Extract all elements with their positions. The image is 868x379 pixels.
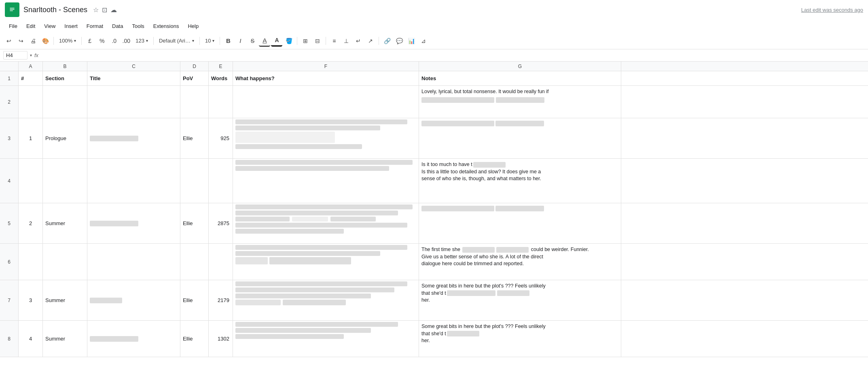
undo-button[interactable]: ↩: [3, 35, 15, 47]
cell-2-a[interactable]: [19, 86, 43, 118]
cell-7-g[interactable]: Some great bits in here but the plot's ?…: [419, 280, 621, 320]
cell-1-f[interactable]: What happens?: [233, 71, 419, 85]
cell-5-f[interactable]: [233, 203, 419, 243]
cell-4-g[interactable]: Is it too much to have tIs this a little…: [419, 159, 621, 203]
cell-3-b[interactable]: Prologue: [43, 118, 87, 158]
menu-help[interactable]: Help: [184, 21, 203, 31]
col-header-b[interactable]: B: [43, 62, 87, 71]
cell-5-g[interactable]: [419, 203, 621, 243]
cell-7-e[interactable]: 2179: [209, 280, 233, 320]
decimal-inc-button[interactable]: .00: [121, 35, 132, 47]
text-color-button[interactable]: A: [271, 35, 282, 47]
strikethrough-button[interactable]: S: [247, 35, 258, 47]
cloud-icon[interactable]: ☁: [110, 6, 117, 14]
cell-1-c[interactable]: Title: [87, 71, 180, 85]
cell-4-e[interactable]: [209, 159, 233, 203]
valign-button[interactable]: ⊥: [341, 35, 352, 47]
zoom-dropdown[interactable]: 100% ▾: [56, 35, 79, 47]
cell-8-e[interactable]: 1302: [209, 321, 233, 357]
cell-7-a[interactable]: 3: [19, 280, 43, 320]
col-header-c[interactable]: C: [87, 62, 180, 71]
cell-8-b[interactable]: Summer: [43, 321, 87, 357]
cell-3-f[interactable]: [233, 118, 419, 158]
cell-1-d[interactable]: PoV: [180, 71, 209, 85]
paint-format-button[interactable]: 🎨: [40, 35, 51, 47]
cell-3-g[interactable]: [419, 118, 621, 158]
wrap-button[interactable]: ↵: [353, 35, 364, 47]
cell-8-g[interactable]: Some great bits in here but the plot's ?…: [419, 321, 621, 357]
cell-6-e[interactable]: [209, 244, 233, 280]
cell-8-f[interactable]: [233, 321, 419, 357]
rotate-button[interactable]: ↗: [365, 35, 376, 47]
halign-button[interactable]: ≡: [328, 35, 340, 47]
cell-4-b[interactable]: [43, 159, 87, 203]
format-dropdown[interactable]: 123 ▾: [133, 35, 151, 47]
cell-1-g[interactable]: Notes: [419, 71, 621, 85]
italic-button[interactable]: I: [235, 35, 246, 47]
formula-input[interactable]: [41, 52, 865, 58]
cell-6-a[interactable]: [19, 244, 43, 280]
col-header-g[interactable]: G: [419, 62, 621, 71]
cell-7-c[interactable]: [87, 280, 180, 320]
cell-4-f[interactable]: [233, 159, 419, 203]
cell-7-b[interactable]: Summer: [43, 280, 87, 320]
cell-7-d[interactable]: Ellie: [180, 280, 209, 320]
cell-2-e[interactable]: [209, 86, 233, 118]
col-header-f[interactable]: F: [233, 62, 419, 71]
cell-7-f[interactable]: [233, 280, 419, 320]
cell-6-d[interactable]: [180, 244, 209, 280]
cell-3-e[interactable]: 925: [209, 118, 233, 158]
menu-data[interactable]: Data: [108, 21, 127, 31]
cell-1-b[interactable]: Section: [43, 71, 87, 85]
cell-8-d[interactable]: Ellie: [180, 321, 209, 357]
cell-2-b[interactable]: [43, 86, 87, 118]
redo-button[interactable]: ↪: [15, 35, 27, 47]
col-header-a[interactable]: A: [19, 62, 43, 71]
font-dropdown[interactable]: Default (Ari… ▾: [156, 35, 197, 47]
link-button[interactable]: 🔗: [381, 35, 393, 47]
cell-6-c[interactable]: [87, 244, 180, 280]
cell-1-a[interactable]: #: [19, 71, 43, 85]
cell-6-f[interactable]: [233, 244, 419, 280]
menu-extensions[interactable]: Extensions: [149, 21, 183, 31]
underline-button[interactable]: A: [259, 35, 270, 47]
cell-3-a[interactable]: 1: [19, 118, 43, 158]
print-button[interactable]: 🖨: [28, 35, 39, 47]
cell-2-f[interactable]: [233, 86, 419, 118]
menu-insert[interactable]: Insert: [60, 21, 82, 31]
cell-6-g[interactable]: The first time she could be weirder. Fun…: [419, 244, 621, 280]
cell-2-c[interactable]: [87, 86, 180, 118]
percent-button[interactable]: %: [96, 35, 108, 47]
chart-button[interactable]: 📊: [406, 35, 417, 47]
borders-button[interactable]: ⊞: [300, 35, 311, 47]
menu-edit[interactable]: Edit: [22, 21, 39, 31]
last-edit-status[interactable]: Last edit was seconds ago: [801, 7, 863, 13]
menu-tools[interactable]: Tools: [128, 21, 148, 31]
folder-icon[interactable]: ⊡: [102, 6, 107, 14]
cell-5-b[interactable]: Summer: [43, 203, 87, 243]
menu-view[interactable]: View: [40, 21, 59, 31]
cell-4-c[interactable]: [87, 159, 180, 203]
currency-button[interactable]: £: [84, 35, 95, 47]
menu-file[interactable]: File: [5, 21, 21, 31]
cell-8-a[interactable]: 4: [19, 321, 43, 357]
cell-6-b[interactable]: [43, 244, 87, 280]
col-header-d[interactable]: D: [180, 62, 209, 71]
cell-4-a[interactable]: [19, 159, 43, 203]
cell-5-d[interactable]: Ellie: [180, 203, 209, 243]
cell-2-g[interactable]: Lovely, lyrical, but total nonsense. It …: [419, 86, 621, 118]
cell-8-c[interactable]: [87, 321, 180, 357]
star-icon[interactable]: ☆: [93, 6, 99, 14]
col-header-e[interactable]: E: [209, 62, 233, 71]
cell-3-c[interactable]: [87, 118, 180, 158]
cell-5-a[interactable]: 2: [19, 203, 43, 243]
cell-2-d[interactable]: [180, 86, 209, 118]
decimal-dec-button[interactable]: .0: [108, 35, 120, 47]
fontsize-dropdown[interactable]: 10 ▾: [202, 35, 217, 47]
cell-4-d[interactable]: [180, 159, 209, 203]
cell-5-c[interactable]: [87, 203, 180, 243]
filter-button[interactable]: ⊿: [418, 35, 429, 47]
merge-button[interactable]: ⊟: [312, 35, 323, 47]
bold-button[interactable]: B: [222, 35, 234, 47]
fill-color-button[interactable]: 🪣: [283, 35, 294, 47]
